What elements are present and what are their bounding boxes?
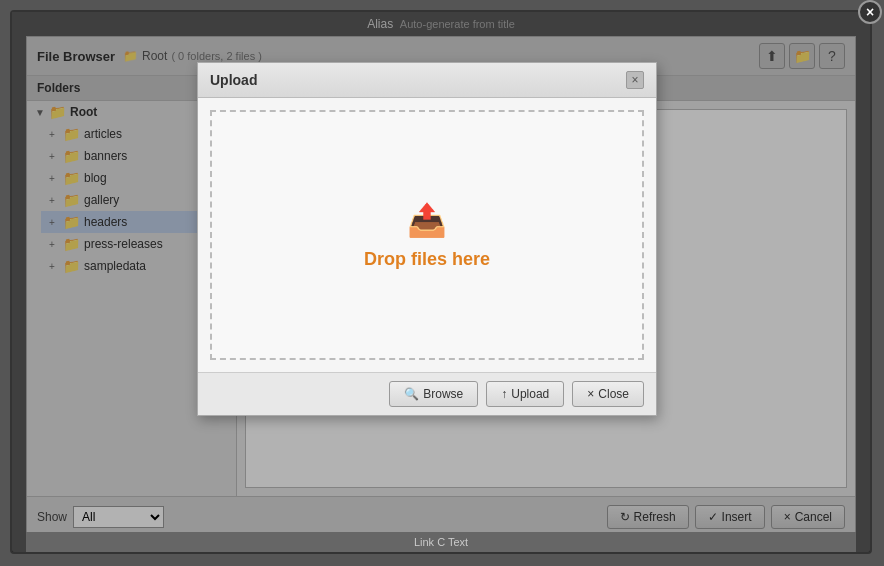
drop-folder-icon: 📤 <box>407 201 447 239</box>
upload-button[interactable]: ↑ Upload <box>486 381 564 407</box>
close-upload-label: Close <box>598 387 629 401</box>
upload-dialog-title: Upload <box>210 72 257 88</box>
upload-dialog-body: 📤 Drop files here <box>198 98 656 372</box>
upload-icon: ↑ <box>501 387 507 401</box>
drop-zone[interactable]: 📤 Drop files here <box>210 110 644 360</box>
link-bar: Link C Text <box>26 532 856 552</box>
upload-dialog-footer: 🔍 Browse ↑ Upload × Close <box>198 372 656 415</box>
browse-label: Browse <box>423 387 463 401</box>
close-upload-button[interactable]: × Close <box>572 381 644 407</box>
upload-dialog: Upload × 📤 Drop files here 🔍 Browse ↑ Up… <box>197 62 657 416</box>
link-bar-text: Link C Text <box>414 536 468 548</box>
outer-close-button[interactable]: × <box>858 0 882 24</box>
close-upload-icon: × <box>587 387 594 401</box>
drop-zone-text: Drop files here <box>364 249 490 270</box>
upload-label: Upload <box>511 387 549 401</box>
upload-dialog-header: Upload × <box>198 63 656 98</box>
browse-button[interactable]: 🔍 Browse <box>389 381 478 407</box>
upload-close-button[interactable]: × <box>626 71 644 89</box>
outer-modal-frame: × Alias Auto-generate from title File Br… <box>10 10 872 554</box>
browse-icon: 🔍 <box>404 387 419 401</box>
